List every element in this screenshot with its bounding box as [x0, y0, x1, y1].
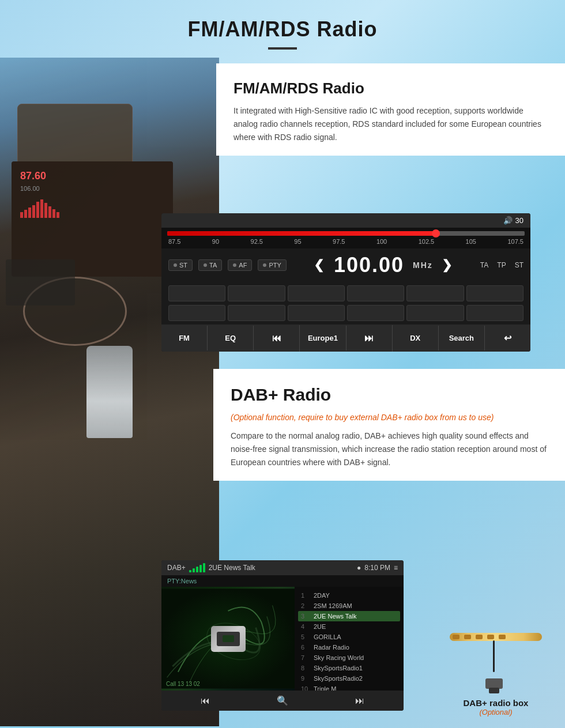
tp-label: TP — [497, 261, 506, 269]
radio-btn-fm[interactable]: FM — [161, 326, 208, 350]
ch-num-1: 1 — [301, 592, 310, 599]
radio-btn-eq[interactable]: EQ — [208, 326, 254, 350]
preset-grid-2 — [161, 305, 530, 325]
dab-content: Call 13 13 02 1 2DAY 2 2SM 1269AM 3 — [161, 587, 404, 691]
ch-name-5: GORILLA — [314, 633, 341, 640]
radio-btn-prev[interactable]: ⏮ — [254, 325, 300, 352]
dab-channel-6[interactable]: 6 Radar Radio — [298, 642, 400, 652]
dab-box-illustration — [444, 630, 548, 693]
freq-arrow-right[interactable]: ❯ — [442, 258, 453, 273]
ta-label: TA — [480, 261, 488, 269]
dab-pty: PTY:News — [161, 575, 404, 587]
preset-2[interactable] — [228, 285, 285, 301]
preset-9[interactable] — [288, 305, 345, 321]
ch-num-10: 10 — [301, 685, 310, 691]
radio-bottom-bar: FM EQ ⏮ Europe1 ⏭ DX Search ↩ — [161, 325, 530, 352]
dab-top-bar: DAB+ 2UE News Talk ● 8:10 PM ≡ — [161, 560, 404, 575]
freq-marker-5: 97.5 — [333, 238, 345, 245]
fm-info-card: FM/AM/RDS Radio It integrated with High-… — [216, 63, 565, 156]
dab-btn-prev[interactable]: ⏮ — [201, 696, 210, 706]
freq-slider-thumb — [432, 229, 440, 237]
dab-btn-search[interactable]: 🔍 — [277, 695, 288, 706]
preset-8[interactable] — [228, 305, 285, 321]
freq-slider-container: 87.5 90 92.5 95 97.5 100 102.5 105 107.5 — [161, 228, 530, 248]
ch-name-10: Triple M — [314, 685, 336, 691]
dab-bottom-bar: ⏮ 🔍 ⏭ — [161, 691, 404, 711]
bump-4 — [487, 635, 494, 639]
radio-btn-next[interactable]: ⏭ — [346, 325, 393, 352]
preset-1[interactable] — [168, 285, 225, 301]
dab-art: Call 13 13 02 — [161, 587, 295, 691]
radio-btn-search[interactable]: Search — [439, 326, 485, 350]
preset-4[interactable] — [347, 285, 404, 301]
ch-name-8: SkySportsRadio1 — [314, 665, 363, 672]
preset-grid-1 — [161, 282, 530, 305]
dab-box-optional: (Optional) — [438, 708, 553, 716]
freq-marker-4: 95 — [294, 238, 301, 245]
ch-name-3: 2UE News Talk — [314, 613, 356, 620]
preset-3[interactable] — [288, 285, 345, 301]
dab-connector-plug — [489, 688, 499, 693]
preset-6[interactable] — [466, 285, 523, 301]
dab-btn-next[interactable]: ⏭ — [355, 696, 364, 706]
freq-arrow-left[interactable]: ❮ — [314, 258, 325, 273]
chip-pty: PTY — [258, 259, 286, 271]
signal-bar-3 — [196, 567, 198, 572]
ch-name-6: Radar Radio — [314, 644, 349, 651]
page-title: FM/AM/RDS Radio — [12, 17, 553, 42]
fm-card-description: It integrated with High-Sensitive radio … — [233, 104, 548, 144]
dab-antenna-bumps — [453, 635, 506, 639]
dab-title: DAB+ Radio — [231, 385, 548, 405]
preset-12[interactable] — [466, 305, 523, 321]
ch-name-2: 2SM 1269AM — [314, 602, 352, 609]
dab-cable — [493, 640, 495, 672]
ch-name-4: 2UE — [314, 623, 326, 630]
dab-optional-note: (Optional function, require to buy exter… — [231, 412, 548, 424]
dab-channel-7[interactable]: 7 Sky Racing World — [298, 652, 400, 663]
preset-11[interactable] — [406, 305, 464, 321]
volume-area: 🔊 30 — [503, 216, 523, 225]
ch-name-7: Sky Racing World — [314, 654, 364, 661]
ta-tp-row: TA TP ST — [480, 261, 523, 269]
dab-channel-5[interactable]: 5 GORILLA — [298, 632, 400, 642]
freq-display: ❮ 100.00 MHz ❯ — [292, 253, 474, 277]
dab-channel-8[interactable]: 8 SkySportsRadio1 — [298, 663, 400, 673]
dab-channel-4[interactable]: 4 2UE — [298, 621, 400, 632]
dab-channel-1[interactable]: 1 2DAY — [298, 590, 400, 601]
radio-device-icon — [211, 626, 246, 652]
radio-btn-dx[interactable]: DX — [393, 326, 439, 350]
radio-btn-back[interactable]: ↩ — [485, 325, 530, 352]
bump-2 — [464, 635, 471, 639]
freq-markers: 87.5 90 92.5 95 97.5 100 102.5 105 107.5 — [167, 238, 525, 245]
freq-unit: MHz — [413, 261, 433, 270]
dab-status-left: DAB+ 2UE News Talk — [167, 563, 255, 572]
dab-channel-3[interactable]: 3 2UE News Talk — [298, 611, 400, 621]
dab-box-label: DAB+ radio box — [438, 698, 553, 708]
dab-channel-2[interactable]: 2 2SM 1269AM — [298, 601, 400, 611]
console-controls — [6, 259, 75, 305]
radio-screen — [217, 632, 240, 646]
dab-art-panel: Call 13 13 02 — [161, 587, 295, 691]
signal-bar-2 — [193, 568, 195, 572]
title-underline — [268, 47, 297, 50]
preset-7[interactable] — [168, 305, 225, 321]
dab-time: 8:10 PM — [364, 564, 390, 572]
radio-ui-screenshot: 🔊 30 87.5 90 92.5 95 97.5 100 102.5 105 … — [161, 213, 530, 352]
ch-num-5: 5 — [301, 633, 310, 640]
dab-channel-10[interactable]: 10 Triple M — [298, 684, 400, 691]
preset-10[interactable] — [347, 305, 404, 321]
freq-slider-track — [167, 231, 525, 236]
chip-af: AF — [228, 259, 252, 271]
speaker-icon: 🔊 — [503, 216, 513, 225]
gear-shift — [86, 346, 133, 438]
dab-section-card: DAB+ Radio (Optional function, require t… — [213, 369, 565, 481]
dab-status-right: ● 8:10 PM ≡ — [357, 564, 398, 572]
dab-channel-9[interactable]: 9 SkySportsRadio2 — [298, 673, 400, 684]
radio-btn-europe1[interactable]: Europe1 — [300, 326, 346, 350]
ch-num-4: 4 — [301, 623, 310, 630]
freq-marker-7: 102.5 — [419, 238, 435, 245]
preset-5[interactable] — [406, 285, 464, 301]
dab-channel-list: 1 2DAY 2 2SM 1269AM 3 2UE News Talk 4 2U… — [298, 590, 400, 691]
chip-st: ST — [168, 259, 193, 271]
bump-3 — [476, 635, 483, 639]
